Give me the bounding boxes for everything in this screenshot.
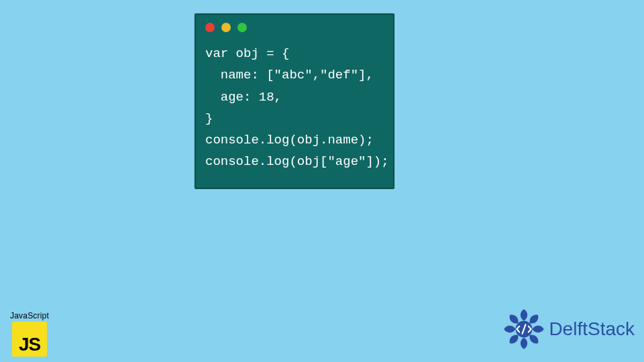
javascript-badge: JavaScript JS — [7, 311, 52, 357]
brand-name: DelftStack — [549, 318, 635, 340]
window-minimize-icon — [221, 23, 231, 32]
javascript-label: JavaScript — [10, 311, 49, 320]
javascript-logo-icon: JS — [12, 322, 47, 357]
code-block: var obj = { name: ["abc","def"], age: 18… — [196, 36, 393, 188]
window-close-icon — [205, 23, 215, 32]
code-window: var obj = { name: ["abc","def"], age: 18… — [195, 13, 394, 189]
window-zoom-icon — [237, 23, 247, 32]
brand-emblem-icon — [503, 308, 545, 350]
brand-logo: DelftStack — [503, 308, 635, 350]
window-titlebar — [196, 15, 393, 36]
